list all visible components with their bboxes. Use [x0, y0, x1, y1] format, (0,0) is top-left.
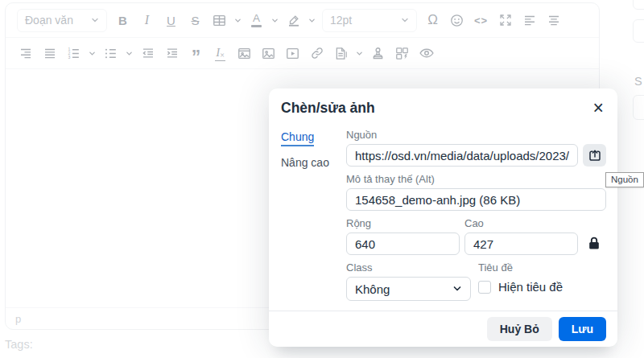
dialog-form: Nguồn Mô tả thay thế (Alt) Rộng Cao	[346, 128, 606, 301]
width-label: Rộng	[346, 217, 460, 229]
tooltip: Nguồn	[605, 172, 644, 187]
source-label: Nguồn	[346, 129, 606, 141]
alt-input[interactable]	[346, 188, 606, 211]
constrain-proportions-toggle[interactable]	[588, 237, 600, 250]
close-icon[interactable]: ×	[591, 100, 606, 116]
dialog-header: Chèn/sửa ảnh ×	[269, 88, 617, 120]
class-select-value: Không	[355, 282, 390, 296]
tab-advanced[interactable]: Nâng cao	[281, 156, 329, 169]
insert-edit-image-dialog: Chèn/sửa ảnh × Chung Nâng cao Nguồn Mô t…	[269, 88, 617, 347]
lock-icon	[588, 237, 600, 250]
tab-general[interactable]: Chung	[281, 130, 314, 146]
show-caption-text: Hiện tiêu đề	[498, 280, 563, 294]
caption-label: Tiêu đề	[478, 261, 563, 274]
upload-box-icon	[588, 148, 602, 163]
dialog-footer: Huỷ Bỏ Lưu	[269, 311, 617, 347]
class-select[interactable]: Không	[346, 277, 471, 301]
page: Đoạn văn B I U S A 12pt Ω	[0, 0, 644, 358]
height-label: Cao	[464, 217, 578, 229]
width-input[interactable]	[346, 232, 460, 255]
alt-label: Mô tả thay thế (Alt)	[346, 173, 606, 185]
class-label: Class	[346, 261, 471, 274]
cancel-button[interactable]: Huỷ Bỏ	[487, 317, 552, 341]
dialog-title: Chèn/sửa ảnh	[281, 100, 375, 117]
height-input[interactable]	[464, 232, 578, 255]
dialog-body: Chung Nâng cao Nguồn Mô tả thay thế (Alt…	[269, 120, 617, 301]
show-caption-checkbox[interactable]	[478, 281, 491, 294]
save-button[interactable]: Lưu	[559, 317, 606, 341]
source-input[interactable]	[346, 144, 578, 167]
browse-source-button[interactable]	[583, 144, 606, 167]
dialog-tab-nav: Chung Nâng cao	[281, 128, 346, 301]
chevron-down-icon	[452, 284, 462, 294]
